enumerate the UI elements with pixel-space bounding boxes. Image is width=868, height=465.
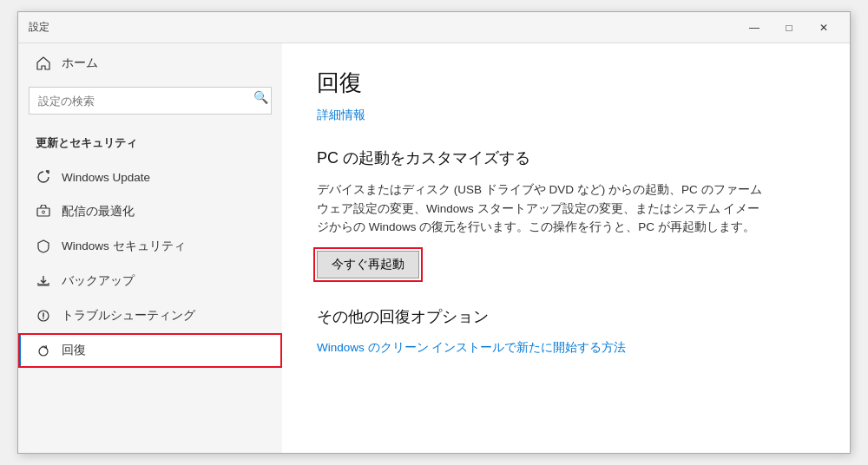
search-input[interactable] [29, 87, 272, 115]
main-content: 回復 詳細情報 PC の起動をカスタマイズする デバイスまたはディスク (USB… [282, 43, 850, 453]
maximize-button[interactable]: □ [773, 16, 805, 40]
sidebar: ホーム 🔍 更新とセキュリティ Windows Update [18, 43, 282, 453]
customize-section-title: PC の起動をカスタマイズする [317, 147, 815, 168]
sidebar-item-windows-update[interactable]: Windows Update [18, 160, 282, 194]
settings-window: 設定 — □ ✕ ホーム 🔍 更新とセキュリティ [17, 11, 851, 454]
section-title: 更新とセキュリティ [18, 128, 282, 160]
sidebar-item-troubleshoot[interactable]: トラブルシューティング [18, 298, 282, 333]
minimize-button[interactable]: — [739, 16, 770, 40]
clean-install-link[interactable]: Windows のクリーン インストールで新たに開始する方法 [317, 341, 626, 354]
content-area: ホーム 🔍 更新とセキュリティ Windows Update [18, 43, 850, 453]
svg-point-1 [43, 211, 45, 213]
detail-link[interactable]: 詳細情報 [317, 108, 365, 123]
sidebar-label-delivery: 配信の最適化 [62, 204, 135, 219]
sidebar-label-recovery: 回復 [62, 343, 86, 358]
troubleshoot-icon [36, 308, 51, 324]
home-icon [36, 56, 51, 71]
sidebar-label-troubleshoot: トラブルシューティング [62, 308, 195, 324]
close-button[interactable]: ✕ [808, 16, 839, 40]
svg-point-3 [43, 318, 44, 319]
window-title: 設定 [29, 20, 49, 35]
sidebar-item-home[interactable]: ホーム [18, 43, 282, 83]
update-icon [36, 169, 51, 185]
sidebar-label-windows-update: Windows Update [62, 171, 150, 184]
sidebar-label-backup: バックアップ [62, 273, 135, 289]
customize-description: デバイスまたはディスク (USB ドライブや DVD など) からの起動、PC … [317, 180, 768, 237]
sidebar-item-recovery[interactable]: 回復 [18, 333, 282, 368]
delivery-icon [36, 204, 51, 219]
sidebar-label-security: Windows セキュリティ [62, 239, 186, 254]
title-bar-left: 設定 [29, 20, 49, 35]
search-button[interactable]: 🔍 [253, 90, 268, 104]
svg-point-4 [39, 347, 48, 356]
backup-icon [36, 273, 51, 289]
sidebar-item-security[interactable]: Windows セキュリティ [18, 229, 282, 264]
title-bar-controls: — □ ✕ [739, 16, 839, 40]
svg-rect-0 [37, 208, 49, 216]
other-options-title: その他の回復オプション [317, 306, 815, 327]
home-label: ホーム [62, 56, 98, 71]
page-title: 回復 [317, 68, 815, 98]
title-bar: 設定 — □ ✕ [18, 12, 850, 43]
search-box: 🔍 [29, 87, 272, 115]
sidebar-item-backup[interactable]: バックアップ [18, 264, 282, 298]
recovery-icon [36, 343, 51, 358]
sidebar-item-delivery[interactable]: 配信の最適化 [18, 194, 282, 229]
shield-icon [36, 239, 51, 254]
restart-now-button[interactable]: 今すぐ再起動 [317, 251, 419, 278]
